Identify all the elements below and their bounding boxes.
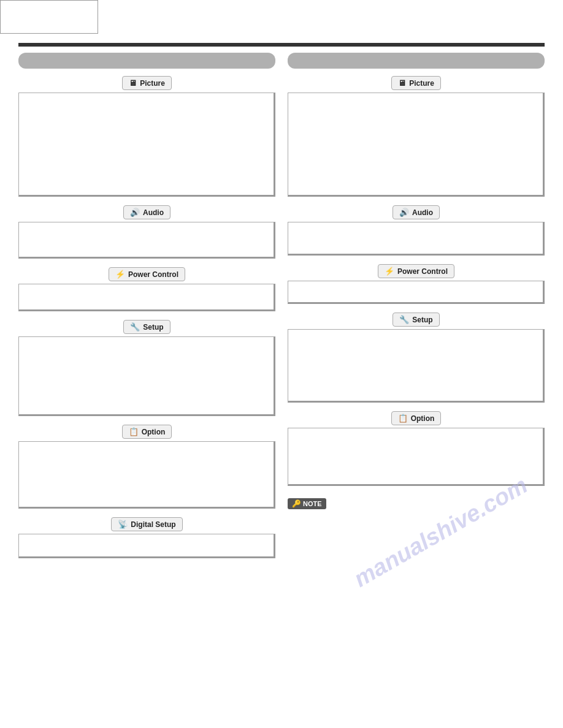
note-key-icon: 🔑 [292, 499, 301, 508]
right-power-section: ⚡ Power Control [288, 264, 545, 304]
setup-label-right: Setup [412, 316, 432, 324]
left-column: 🖥 Picture 🔊 Audio ⚡ Power Control [18, 53, 275, 562]
right-audio-button[interactable]: 🔊 Audio [393, 205, 440, 219]
right-picture-button[interactable]: 🖥 Picture [391, 76, 441, 90]
right-audio-box [288, 222, 545, 256]
left-setup-button[interactable]: 🔧 Setup [123, 320, 170, 334]
note-badge: 🔑 NOTE [288, 498, 326, 509]
power-label-left: Power Control [128, 270, 178, 279]
corner-box [0, 0, 98, 34]
right-option-box [288, 428, 545, 486]
right-setup-section: 🔧 Setup [288, 313, 545, 403]
left-power-box [18, 284, 275, 311]
right-option-section: 📋 Option [288, 411, 545, 486]
left-option-section: 📋 Option [18, 425, 275, 509]
power-icon-right: ⚡ [385, 267, 394, 276]
digital-icon-left: 📡 [118, 520, 128, 529]
left-column-header [18, 53, 275, 69]
picture-label-right: Picture [409, 79, 434, 88]
left-power-button[interactable]: ⚡ Power Control [109, 267, 185, 281]
left-audio-box [18, 222, 275, 259]
two-column-layout: 🖥 Picture 🔊 Audio ⚡ Power Control [18, 53, 545, 562]
power-icon-left: ⚡ [115, 270, 125, 279]
option-icon-right: 📋 [398, 414, 408, 423]
picture-label-left: Picture [140, 79, 165, 88]
setup-label-left: Setup [143, 323, 163, 332]
setup-icon-right: 🔧 [399, 315, 409, 324]
power-label-right: Power Control [397, 267, 448, 276]
top-divider [18, 43, 545, 47]
left-setup-box [18, 336, 275, 416]
right-column-header [288, 53, 545, 69]
option-label-right: Option [411, 414, 435, 423]
audio-label-right: Audio [412, 208, 433, 217]
left-picture-section: 🖥 Picture [18, 76, 275, 197]
left-power-section: ⚡ Power Control [18, 267, 275, 311]
left-digital-button[interactable]: 📡 Digital Setup [111, 517, 182, 531]
audio-icon-right: 🔊 [399, 208, 409, 217]
left-digital-box [18, 534, 275, 558]
audio-icon-left: 🔊 [130, 208, 140, 217]
right-audio-section: 🔊 Audio [288, 205, 545, 256]
audio-label-left: Audio [143, 208, 164, 217]
watermark: manualshive.com [350, 473, 531, 591]
right-option-button[interactable]: 📋 Option [391, 411, 442, 425]
left-audio-button[interactable]: 🔊 Audio [123, 205, 170, 219]
digital-label-left: Digital Setup [131, 520, 175, 529]
right-picture-section: 🖥 Picture [288, 76, 545, 197]
right-picture-box [288, 93, 545, 197]
option-label-left: Option [142, 428, 166, 436]
left-option-button[interactable]: 📋 Option [122, 425, 172, 439]
picture-icon-right: 🖥 [398, 78, 406, 88]
right-column: 🖥 Picture 🔊 Audio ⚡ [288, 53, 545, 562]
main-content: 🖥 Picture 🔊 Audio ⚡ Power Control [18, 43, 545, 716]
setup-icon-left: 🔧 [130, 322, 140, 332]
right-setup-button[interactable]: 🔧 Setup [393, 313, 439, 327]
left-picture-button[interactable]: 🖥 Picture [122, 76, 172, 90]
right-power-box [288, 281, 545, 304]
left-audio-section: 🔊 Audio [18, 205, 275, 259]
picture-icon-left: 🖥 [129, 78, 137, 88]
note-label: NOTE [303, 500, 322, 507]
right-power-button[interactable]: ⚡ Power Control [378, 264, 454, 278]
left-picture-box [18, 93, 275, 197]
right-setup-box [288, 329, 545, 403]
left-setup-section: 🔧 Setup [18, 320, 275, 416]
option-icon-left: 📋 [129, 427, 139, 436]
left-option-box [18, 441, 275, 509]
note-section: 🔑 NOTE [288, 498, 545, 509]
left-digital-section: 📡 Digital Setup [18, 517, 275, 558]
